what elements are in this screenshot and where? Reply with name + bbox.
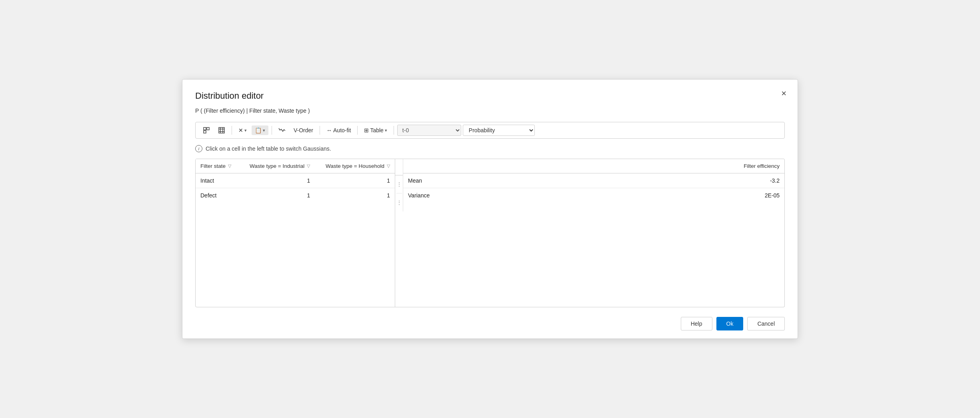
col-waste-industrial: Waste type = Industrial ▽	[239, 159, 315, 173]
svg-line-12	[284, 129, 285, 131]
info-text: Click on a cell in the left table to swi…	[206, 145, 331, 152]
svg-rect-1	[207, 127, 209, 130]
row-defect-industrial: 1	[239, 188, 315, 203]
drag-handle-mean[interactable]: ⋮	[396, 175, 402, 193]
svg-rect-0	[204, 127, 206, 130]
remove-chevron: ▾	[244, 128, 247, 133]
paste-button[interactable]: 📋 ▾	[252, 125, 268, 135]
paste-icon: 📋	[255, 127, 262, 133]
col-right-label	[403, 159, 646, 173]
footer: Help Ok Cancel	[195, 307, 785, 330]
table-row[interactable]: Defect 1 1	[196, 188, 395, 203]
col-filter-efficiency: Filter efficiency	[646, 159, 784, 173]
toolbar-divider-3	[320, 126, 320, 135]
grid-button[interactable]	[215, 125, 228, 135]
right-table-data: Filter efficiency Mean -3.2 Variance 2E-…	[403, 159, 784, 211]
waste-household-label: Waste type = Household	[326, 163, 384, 169]
paste-chevron: ▾	[263, 128, 265, 133]
table-icon: ⊞	[364, 127, 369, 133]
right-table-inner: ⋮ ⋮ Filter efficiency	[395, 159, 784, 211]
table-row[interactable]: Mean -3.2	[403, 173, 784, 188]
help-button[interactable]: Help	[681, 317, 712, 330]
row-variance-value: 2E-05	[646, 188, 784, 203]
drag-handle-variance[interactable]: ⋮	[396, 193, 402, 211]
cancel-button[interactable]: Cancel	[747, 317, 785, 330]
col-filter-state: Filter state ▽	[196, 159, 239, 173]
close-button[interactable]: ×	[781, 89, 786, 98]
table-label: Table	[370, 127, 383, 133]
svg-line-8	[279, 128, 280, 130]
drag-col-header	[395, 159, 403, 175]
row-defect-household: 1	[315, 188, 395, 203]
svg-line-11	[283, 129, 284, 131]
toolbar-divider-2	[272, 126, 272, 135]
tables-area: Filter state ▽ Waste type = Industrial ▽	[195, 159, 785, 307]
row-mean-value: -3.2	[646, 173, 784, 188]
toolbar: ✕ ▾ 📋 ▾ V-Order ↔ Auto-fit ⊞ Table ▾ t	[195, 122, 785, 139]
table-row[interactable]: Intact 1 1	[196, 173, 395, 188]
toolbar-divider-4	[357, 126, 358, 135]
right-table: Filter efficiency Mean -3.2 Variance 2E-…	[403, 159, 784, 203]
row-intact-household: 1	[315, 173, 395, 188]
probability-select[interactable]: Probability	[463, 125, 535, 136]
table-row[interactable]: Variance 2E-05	[403, 188, 784, 203]
info-bar: i Click on a cell in the left table to s…	[195, 145, 785, 152]
svg-line-10	[281, 129, 283, 131]
info-icon: i	[195, 145, 202, 152]
waste-industrial-label: Waste type = Industrial	[250, 163, 304, 169]
waste-industrial-filter-icon[interactable]: ▽	[307, 163, 310, 169]
dialog-title: Distribution editor	[195, 91, 785, 101]
row-mean-label: Mean	[403, 173, 646, 188]
time-select[interactable]: t-0	[397, 125, 461, 136]
row-intact-industrial: 1	[239, 173, 315, 188]
row-defect-filter-state: Defect	[196, 188, 239, 203]
table-chevron: ▾	[385, 128, 387, 133]
fit-button[interactable]	[200, 125, 213, 135]
ok-button[interactable]: Ok	[716, 317, 744, 330]
row-intact-filter-state: Intact	[196, 173, 239, 188]
left-table-container: Filter state ▽ Waste type = Industrial ▽	[195, 159, 395, 307]
table-button[interactable]: ⊞ Table ▾	[361, 125, 390, 135]
filter-state-label: Filter state	[200, 163, 226, 169]
remove-icon: ✕	[238, 127, 243, 133]
autofit-icon: ↔	[326, 127, 332, 133]
row-variance-label: Variance	[403, 188, 646, 203]
toolbar-divider-5	[394, 126, 394, 135]
filter-state-filter-icon[interactable]: ▽	[228, 163, 231, 169]
vorder-button[interactable]: V-Order	[290, 125, 316, 135]
col-waste-household: Waste type = Household ▽	[315, 159, 395, 173]
dialog-subtitle: P ( (Filter efficiency) | Filter state, …	[195, 107, 785, 114]
distribution-editor-dialog: × Distribution editor P ( (Filter effici…	[182, 79, 798, 339]
autofit-label: Auto-fit	[333, 127, 351, 133]
chart-button[interactable]	[275, 126, 289, 135]
remove-button[interactable]: ✕ ▾	[235, 125, 250, 135]
autofit-button[interactable]: ↔ Auto-fit	[323, 125, 354, 135]
left-table: Filter state ▽ Waste type = Industrial ▽	[196, 159, 395, 203]
toolbar-divider-1	[232, 126, 232, 135]
drag-handle-col: ⋮ ⋮	[395, 159, 403, 211]
svg-rect-2	[204, 131, 206, 133]
svg-rect-7	[219, 127, 224, 133]
waste-household-filter-icon[interactable]: ▽	[387, 163, 390, 169]
right-table-container: ⋮ ⋮ Filter efficiency	[395, 159, 785, 307]
